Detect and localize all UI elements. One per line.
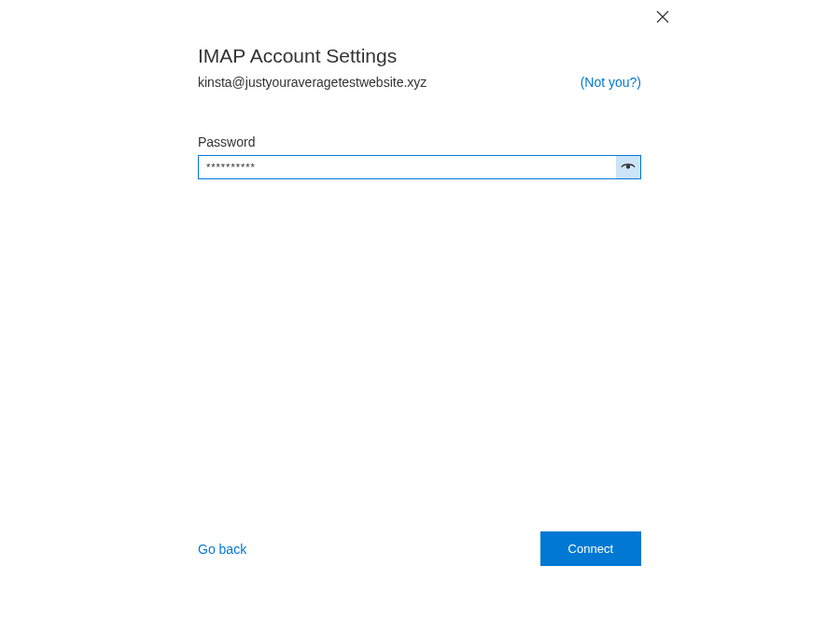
show-password-button[interactable] bbox=[616, 156, 640, 178]
account-email: kinsta@justyouraveragetestwebsite.xyz bbox=[198, 75, 427, 90]
dialog-content: IMAP Account Settings kinsta@justyourave… bbox=[198, 45, 641, 179]
dialog-title: IMAP Account Settings bbox=[198, 45, 641, 67]
svg-point-2 bbox=[627, 165, 630, 168]
not-you-link[interactable]: (Not you?) bbox=[581, 75, 641, 90]
close-button[interactable] bbox=[653, 9, 672, 28]
connect-button[interactable]: Connect bbox=[540, 531, 641, 566]
email-row: kinsta@justyouraveragetestwebsite.xyz (N… bbox=[198, 75, 641, 90]
go-back-link[interactable]: Go back bbox=[198, 542, 246, 557]
dialog-footer: Go back Connect bbox=[198, 531, 641, 566]
password-label: Password bbox=[198, 134, 641, 149]
close-icon bbox=[656, 10, 669, 27]
eye-icon bbox=[621, 159, 636, 176]
password-field-wrapper bbox=[198, 155, 641, 179]
password-input[interactable] bbox=[199, 156, 616, 178]
